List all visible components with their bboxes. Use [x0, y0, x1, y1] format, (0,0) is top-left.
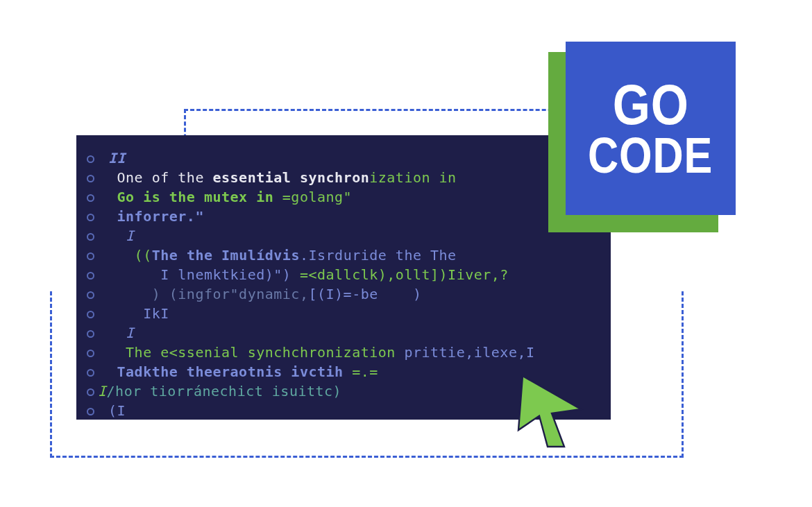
- code-text: The e<ssenial synchchronization prittie,…: [108, 343, 535, 361]
- logo-text-code: CODE: [588, 132, 713, 179]
- gutter-circle-icon: [87, 311, 94, 318]
- code-text: inforrer.": [108, 207, 204, 225]
- gutter-circle-icon: [87, 330, 94, 338]
- code-text: I: [108, 227, 135, 245]
- gutter-circle-icon: [87, 252, 94, 260]
- gutter-circle-icon: [87, 369, 94, 377]
- gutter-circle-icon: [87, 408, 94, 415]
- gutter-circle-icon: [87, 175, 94, 182]
- code-text: Go is the mutex in =golang": [108, 188, 352, 206]
- code-text: ) (ingfor"dynamic,[(I)=-be ): [108, 285, 422, 303]
- cursor-arrow-icon: [510, 368, 593, 451]
- code-text: (I: [108, 402, 126, 420]
- logo-badge: GO CODE: [566, 42, 736, 215]
- gutter-circle-icon: [87, 155, 94, 163]
- code-text: IkI: [108, 304, 169, 323]
- code-text: ((The the Imulídvis.Isrduride the The: [108, 246, 457, 264]
- gutter-circle-icon: [87, 214, 94, 221]
- gutter-circle-icon: [87, 233, 94, 241]
- code-line: IkI: [87, 304, 600, 323]
- code-text: I/hor tiorránechict isuittc): [98, 382, 341, 400]
- code-line: ((The the Imulídvis.Isrduride the The: [87, 246, 600, 264]
- code-line: The e<ssenial synchchronization prittie,…: [87, 343, 600, 361]
- code-line: II: [87, 149, 600, 167]
- code-text: One of the essential synchronization in: [108, 169, 457, 187]
- gutter-circle-icon: [87, 272, 94, 280]
- code-text: I lnemktkied)") =<dallclk),ollt])Iiver,?: [108, 266, 509, 284]
- code-text: I: [108, 324, 135, 342]
- gutter-circle-icon: [87, 194, 94, 202]
- code-line: One of the essential synchronization in: [87, 169, 600, 187]
- code-line: inforrer.": [87, 207, 600, 225]
- gutter-circle-icon: [87, 291, 94, 299]
- code-text: Tadkthe theeraotnis ivctih =.=: [108, 363, 378, 381]
- code-line: I: [87, 324, 600, 342]
- code-text: II: [108, 149, 126, 167]
- code-line: ) (ingfor"dynamic,[(I)=-be ): [87, 285, 600, 303]
- gutter-circle-icon: [87, 350, 94, 357]
- code-line: Go is the mutex in =golang": [87, 188, 600, 206]
- code-line: I: [87, 227, 600, 245]
- logo-text-go: GO: [612, 78, 688, 132]
- code-line: I lnemktkied)") =<dallclk),ollt])Iiver,?: [87, 266, 600, 284]
- gutter-circle-icon: [87, 388, 94, 396]
